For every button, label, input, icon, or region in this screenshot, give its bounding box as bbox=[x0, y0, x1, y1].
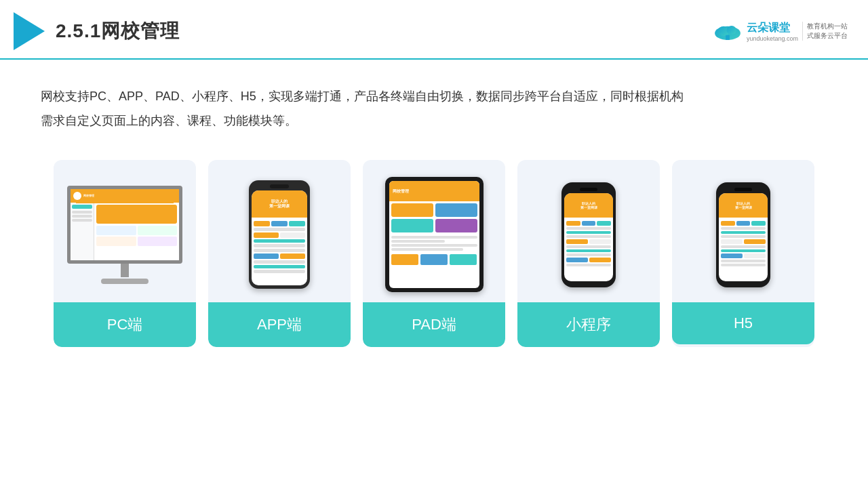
phone-notch bbox=[270, 184, 289, 188]
h5-image-area: 职达人的第一堂网课 bbox=[672, 160, 814, 302]
card-pad: 网校管理 bbox=[363, 160, 505, 347]
mini-phone-body: 职达人的第一堂网课 bbox=[561, 182, 616, 287]
monitor-neck bbox=[121, 264, 129, 277]
card-pc: 网校管理 bbox=[54, 160, 196, 347]
brand-url: yunduoketang.com bbox=[747, 35, 798, 42]
card-h5: 职达人的第一堂网课 bbox=[672, 160, 814, 347]
monitor-content: 网校管理 bbox=[71, 189, 179, 260]
cards-container: 网校管理 bbox=[0, 146, 868, 367]
cloud-icon bbox=[713, 20, 743, 42]
phone-screen-body bbox=[252, 218, 307, 277]
h5-phone: 职达人的第一堂网课 bbox=[716, 182, 770, 287]
page-header: 2.5.1网校管理 云朵课堂 yunduoketang.com bbox=[0, 0, 868, 60]
brand-logo: 云朵课堂 yunduoketang.com 教育机构一站 式服务云平台 bbox=[713, 20, 848, 42]
phone-screen-top: 职达人的第一堂网课 bbox=[252, 190, 307, 218]
h5-phone-content bbox=[719, 218, 768, 270]
mini-phone-notch bbox=[580, 188, 597, 191]
tablet-screen: 网校管理 bbox=[389, 181, 479, 288]
brand-name-text: 云朵课堂 yunduoketang.com bbox=[747, 21, 798, 42]
monitor-screen: 网校管理 bbox=[67, 186, 182, 264]
card-pad-label: PAD端 bbox=[363, 302, 505, 347]
page-title: 2.5.1网校管理 bbox=[56, 18, 180, 44]
pc-monitor: 网校管理 bbox=[67, 186, 182, 284]
tablet-body: 网校管理 bbox=[385, 177, 484, 292]
h5-phone-screen: 职达人的第一堂网课 bbox=[719, 193, 768, 281]
description-text: 网校支持PC、APP、PAD、小程序、H5，实现多端打通，产品各终端自由切换，数… bbox=[0, 60, 868, 146]
miniprogram-image-area: 职达人的第一堂网课 bbox=[517, 160, 660, 302]
app-phone: 职达人的第一堂网课 bbox=[249, 180, 310, 289]
app-image-area: 职达人的第一堂网课 bbox=[208, 160, 351, 302]
card-app-label: APP端 bbox=[208, 302, 351, 347]
tablet-content bbox=[389, 201, 479, 235]
phone-body: 职达人的第一堂网课 bbox=[249, 180, 310, 289]
card-pc-label: PC端 bbox=[54, 302, 196, 347]
brand-tagline: 教育机构一站 式服务云平台 bbox=[802, 22, 848, 41]
h5-phone-notch bbox=[734, 188, 752, 191]
phone-screen: 职达人的第一堂网课 bbox=[252, 190, 307, 285]
brand-name: 云朵课堂 bbox=[747, 21, 798, 35]
description-line1: 网校支持PC、APP、PAD、小程序、H5，实现多端打通，产品各终端自由切换，数… bbox=[41, 84, 827, 108]
tablet-device: 网校管理 bbox=[385, 177, 484, 292]
tablet-screen-top: 网校管理 bbox=[389, 181, 479, 201]
description-line2: 需求自定义页面上的内容、课程、功能模块等。 bbox=[41, 108, 827, 133]
monitor-base bbox=[101, 279, 149, 284]
pad-image-area: 网校管理 bbox=[363, 160, 505, 302]
miniprogram-phone: 职达人的第一堂网课 bbox=[561, 182, 616, 287]
pc-image-area: 网校管理 bbox=[54, 160, 196, 302]
card-app: 职达人的第一堂网课 bbox=[208, 160, 351, 347]
logo-icon bbox=[14, 12, 45, 50]
card-h5-label: H5 bbox=[672, 302, 814, 344]
svg-rect-3 bbox=[726, 35, 730, 40]
h5-phone-screen-top: 职达人的第一堂网课 bbox=[719, 193, 768, 218]
card-miniprogram: 职达人的第一堂网课 bbox=[517, 160, 660, 347]
h5-phone-body: 职达人的第一堂网课 bbox=[716, 182, 770, 287]
svg-point-2 bbox=[726, 26, 736, 35]
mini-phone-screen-top: 职达人的第一堂网课 bbox=[564, 193, 613, 218]
brand-area: 云朵课堂 yunduoketang.com 教育机构一站 式服务云平台 bbox=[713, 20, 848, 42]
card-miniprogram-label: 小程序 bbox=[517, 302, 660, 347]
header-left: 2.5.1网校管理 bbox=[14, 12, 180, 50]
mini-phone-content bbox=[564, 218, 613, 270]
mini-phone-screen: 职达人的第一堂网课 bbox=[564, 193, 613, 281]
